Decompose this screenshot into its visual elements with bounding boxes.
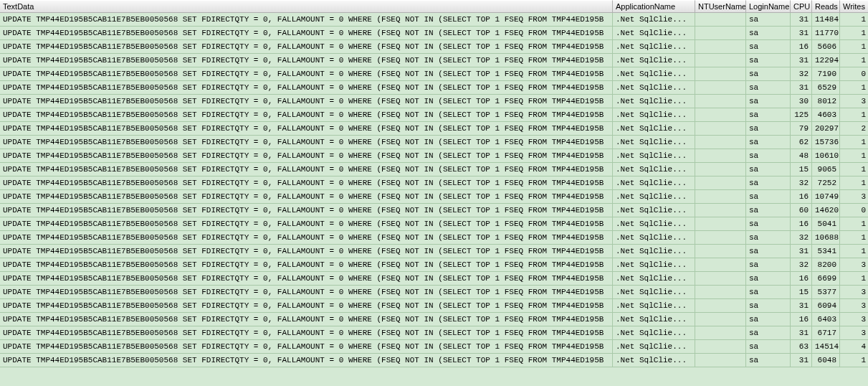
cell-writes: 0 xyxy=(840,67,868,81)
table-row[interactable]: UPDATE TMP44ED195B5CAB11E7B5EB0050568 SE… xyxy=(0,326,868,340)
table-row[interactable]: UPDATE TMP44ED195B5CAB11E7B5EB0050568 SE… xyxy=(0,231,868,245)
cell-cpu: 32 xyxy=(791,231,812,245)
cell-appname: .Net SqlClie... xyxy=(613,13,695,27)
cell-writes: 1 xyxy=(840,108,868,122)
cell-appname: .Net SqlClie... xyxy=(613,313,695,326)
table-row[interactable]: UPDATE TMP44ED195B5CAB11E7B5EB0050568 SE… xyxy=(0,176,868,190)
table-row[interactable]: UPDATE TMP44ED195B5CAB11E7B5EB0050568 SE… xyxy=(0,313,868,326)
table-row[interactable]: UPDATE TMP44ED195B5CAB11E7B5EB0050568 SE… xyxy=(0,163,868,176)
cell-writes: 1 xyxy=(840,149,868,163)
cell-ntuser xyxy=(695,286,746,299)
cell-textdata: UPDATE TMP44ED195B5CAB11E7B5EB0050568 SE… xyxy=(0,122,613,136)
cell-textdata: UPDATE TMP44ED195B5CAB11E7B5EB0050568 SE… xyxy=(0,54,613,67)
cell-cpu: 125 xyxy=(791,108,812,122)
table-row[interactable]: UPDATE TMP44ED195B5CAB11E7B5EB0050568 SE… xyxy=(0,190,868,204)
cell-reads: 7190 xyxy=(812,67,840,81)
cell-writes: 1 xyxy=(840,245,868,258)
cell-writes: 1 xyxy=(840,54,868,67)
table-row[interactable]: UPDATE TMP44ED195B5CAB11E7B5EB0050568 SE… xyxy=(0,122,868,136)
cell-login: sa xyxy=(746,258,791,272)
cell-writes: 1 xyxy=(840,163,868,176)
table-row[interactable]: UPDATE TMP44ED195B5CAB11E7B5EB0050568 SE… xyxy=(0,340,868,354)
cell-appname: .Net SqlClie... xyxy=(613,340,695,354)
cell-textdata: UPDATE TMP44ED195B5CAB11E7B5EB0050568 SE… xyxy=(0,326,613,340)
cell-login: sa xyxy=(746,217,791,231)
cell-writes: 1 xyxy=(840,231,868,245)
cell-textdata: UPDATE TMP44ED195B5CAB11E7B5EB0050568 SE… xyxy=(0,313,613,326)
col-header-appname[interactable]: ApplicationName xyxy=(613,0,695,13)
cell-textdata: UPDATE TMP44ED195B5CAB11E7B5EB0050568 SE… xyxy=(0,13,613,27)
table-row[interactable]: UPDATE TMP44ED195B5CAB11E7B5EB0050568 SE… xyxy=(0,286,868,299)
table-row[interactable]: UPDATE TMP44ED195B5CAB11E7B5EB0050568 SE… xyxy=(0,245,868,258)
cell-writes: 1 xyxy=(840,136,868,149)
cell-writes: 1 xyxy=(840,272,868,286)
table-row[interactable]: UPDATE TMP44ED195B5CAB11E7B5EB0050568 SE… xyxy=(0,149,868,163)
cell-reads: 12294 xyxy=(812,54,840,67)
cell-cpu: 31 xyxy=(791,13,812,27)
cell-login: sa xyxy=(746,163,791,176)
cell-appname: .Net SqlClie... xyxy=(613,176,695,190)
cell-writes: 0 xyxy=(840,204,868,217)
cell-ntuser xyxy=(695,354,746,367)
table-row[interactable]: UPDATE TMP44ED195B5CAB11E7B5EB0050568 SE… xyxy=(0,354,868,367)
cell-writes: 3 xyxy=(840,190,868,204)
table-row[interactable]: UPDATE TMP44ED195B5CAB11E7B5EB0050568 SE… xyxy=(0,40,868,54)
cell-appname: .Net SqlClie... xyxy=(613,245,695,258)
cell-ntuser xyxy=(695,163,746,176)
cell-reads: 6529 xyxy=(812,81,840,95)
cell-writes: 1 xyxy=(840,27,868,40)
cell-cpu: 16 xyxy=(791,40,812,54)
cell-appname: .Net SqlClie... xyxy=(613,27,695,40)
table-row[interactable]: UPDATE TMP44ED195B5CAB11E7B5EB0050568 SE… xyxy=(0,81,868,95)
cell-textdata: UPDATE TMP44ED195B5CAB11E7B5EB0050568 SE… xyxy=(0,27,613,40)
table-row[interactable]: UPDATE TMP44ED195B5CAB11E7B5EB0050568 SE… xyxy=(0,54,868,67)
cell-reads: 11484 xyxy=(812,13,840,27)
trace-grid[interactable]: TextData ApplicationName NTUserName Logi… xyxy=(0,0,868,367)
col-header-login[interactable]: LoginName xyxy=(746,0,791,13)
cell-appname: .Net SqlClie... xyxy=(613,217,695,231)
cell-ntuser xyxy=(695,176,746,190)
col-header-ntuser[interactable]: NTUserName xyxy=(695,0,746,13)
cell-ntuser xyxy=(695,231,746,245)
table-row[interactable]: UPDATE TMP44ED195B5CAB11E7B5EB0050568 SE… xyxy=(0,27,868,40)
cell-reads: 8012 xyxy=(812,95,840,108)
cell-ntuser xyxy=(695,27,746,40)
table-row[interactable]: UPDATE TMP44ED195B5CAB11E7B5EB0050568 SE… xyxy=(0,258,868,272)
table-row[interactable]: UPDATE TMP44ED195B5CAB11E7B5EB0050568 SE… xyxy=(0,67,868,81)
cell-login: sa xyxy=(746,54,791,67)
cell-ntuser xyxy=(695,40,746,54)
cell-textdata: UPDATE TMP44ED195B5CAB11E7B5EB0050568 SE… xyxy=(0,108,613,122)
table-row[interactable]: UPDATE TMP44ED195B5CAB11E7B5EB0050568 SE… xyxy=(0,272,868,286)
cell-cpu: 16 xyxy=(791,272,812,286)
cell-writes: 1 xyxy=(840,176,868,190)
table-row[interactable]: UPDATE TMP44ED195B5CAB11E7B5EB0050568 SE… xyxy=(0,108,868,122)
table-row[interactable]: UPDATE TMP44ED195B5CAB11E7B5EB0050568 SE… xyxy=(0,13,868,27)
cell-ntuser xyxy=(695,67,746,81)
table-row[interactable]: UPDATE TMP44ED195B5CAB11E7B5EB0050568 SE… xyxy=(0,299,868,313)
cell-writes: 3 xyxy=(840,326,868,340)
cell-cpu: 31 xyxy=(791,54,812,67)
cell-cpu: 63 xyxy=(791,340,812,354)
col-header-reads[interactable]: Reads xyxy=(812,0,840,13)
col-header-cpu[interactable]: CPU xyxy=(791,0,812,13)
cell-cpu: 31 xyxy=(791,27,812,40)
cell-reads: 5341 xyxy=(812,245,840,258)
cell-reads: 10610 xyxy=(812,149,840,163)
cell-cpu: 16 xyxy=(791,217,812,231)
table-row[interactable]: UPDATE TMP44ED195B5CAB11E7B5EB0050568 SE… xyxy=(0,217,868,231)
cell-reads: 6403 xyxy=(812,313,840,326)
table-row[interactable]: UPDATE TMP44ED195B5CAB11E7B5EB0050568 SE… xyxy=(0,204,868,217)
cell-login: sa xyxy=(746,81,791,95)
cell-reads: 8200 xyxy=(812,258,840,272)
col-header-textdata[interactable]: TextData xyxy=(0,0,613,13)
cell-login: sa xyxy=(746,245,791,258)
cell-textdata: UPDATE TMP44ED195B5CAB11E7B5EB0050568 SE… xyxy=(0,81,613,95)
table-row[interactable]: UPDATE TMP44ED195B5CAB11E7B5EB0050568 SE… xyxy=(0,136,868,149)
cell-reads: 4603 xyxy=(812,108,840,122)
cell-writes: 2 xyxy=(840,122,868,136)
col-header-writes[interactable]: Writes xyxy=(840,0,868,13)
table-row[interactable]: UPDATE TMP44ED195B5CAB11E7B5EB0050568 SE… xyxy=(0,95,868,108)
cell-textdata: UPDATE TMP44ED195B5CAB11E7B5EB0050568 SE… xyxy=(0,217,613,231)
cell-writes: 3 xyxy=(840,95,868,108)
cell-reads: 6699 xyxy=(812,272,840,286)
